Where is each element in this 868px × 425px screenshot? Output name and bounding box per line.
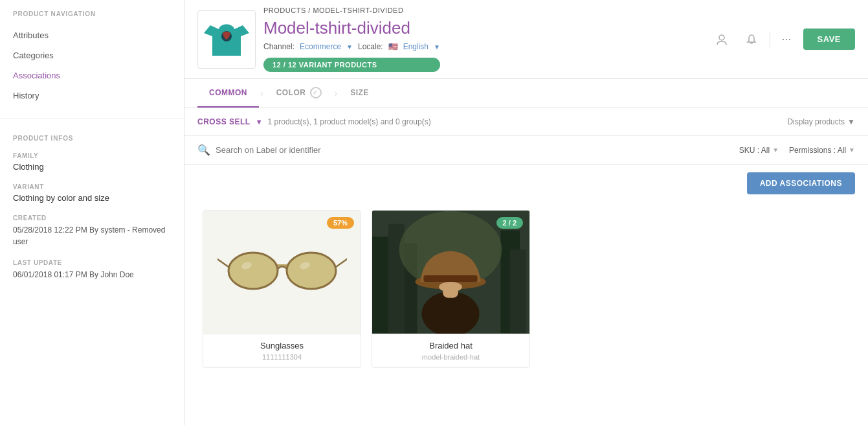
sidebar-nav-section: PRODUCT NAVIGATION Attributes Categories… <box>0 0 184 111</box>
breadcrumb: PRODUCTS / MODEL-TSHIRT-DIVIDED <box>263 6 440 14</box>
sidebar: PRODUCT NAVIGATION Attributes Categories… <box>0 0 184 425</box>
display-products-btn[interactable]: Display products ▼ <box>787 117 855 126</box>
divider <box>770 32 770 47</box>
hat-name: Braided hat <box>380 341 522 350</box>
sidebar-item-attributes[interactable]: Attributes <box>13 25 171 45</box>
tabs-bar: COMMON › COLOR ✓ › SIZE <box>184 79 868 108</box>
last-update-value: 06/01/2018 01:17 PM By John Doe <box>13 269 171 281</box>
sunglasses-id: 1111111304 <box>211 353 353 361</box>
chevron-down-icon[interactable]: ▼ <box>346 43 353 51</box>
variant-badge[interactable]: 12 / 12 VARIANT PRODUCTS <box>263 58 440 72</box>
created-block: CREATED 05/28/2018 12:22 PM By system - … <box>13 214 171 247</box>
sidebar-info-title: PRODUCT INFOS <box>13 135 171 142</box>
created-label: CREATED <box>13 214 171 222</box>
hat-badge: 2 / 2 <box>496 217 523 229</box>
svg-line-8 <box>336 259 347 267</box>
product-meta: Channel: Ecommerce ▼ Locale: 🇺🇸 English … <box>263 42 440 51</box>
hat-card-body: Braided hat model-braided-hat <box>372 334 529 367</box>
flag-icon: 🇺🇸 <box>388 42 398 51</box>
breadcrumb-current: MODEL-TSHIRT-DIVIDED <box>313 6 403 14</box>
product-card-sunglasses[interactable]: 57% <box>203 210 361 368</box>
hat-image-wrap: 2 / 2 <box>372 211 529 334</box>
locale-value[interactable]: English <box>403 42 428 51</box>
sidebar-info-section: PRODUCT INFOS FAMILY Clothing VARIANT Cl… <box>0 127 184 300</box>
topbar-right: ··· SAVE <box>710 28 855 51</box>
variant-label: VARIANT <box>13 183 171 190</box>
tab-size-label: SIZE <box>350 88 369 97</box>
more-options-btn[interactable]: ··· <box>777 30 797 49</box>
display-products-chevron-icon: ▼ <box>847 117 855 126</box>
search-filters: SKU : All ▼ Permissions : All ▼ <box>739 146 855 155</box>
sunglasses-name: Sunglasses <box>211 341 353 350</box>
bell-icon-btn[interactable] <box>740 28 763 51</box>
tab-common[interactable]: COMMON <box>197 79 259 108</box>
product-title: Model-tshirt-divided <box>263 18 440 38</box>
user-icon <box>715 33 728 46</box>
product-image <box>197 10 256 69</box>
association-header: CROSS SELL ▼ 1 product(s), 1 product mod… <box>184 108 868 136</box>
channel-value[interactable]: Ecommerce <box>300 42 341 51</box>
sidebar-item-associations[interactable]: Associations <box>13 65 171 86</box>
svg-point-22 <box>439 282 462 292</box>
search-left: 🔍 <box>197 144 739 156</box>
hat-id: model-braided-hat <box>380 353 522 361</box>
product-info: PRODUCTS / MODEL-TSHIRT-DIVIDED Model-ts… <box>263 6 440 72</box>
search-icon: 🔍 <box>197 144 210 156</box>
user-icon-btn[interactable] <box>710 28 733 51</box>
svg-rect-16 <box>510 249 526 333</box>
variant-block: VARIANT Clothing by color and size <box>13 183 171 203</box>
sidebar-item-categories[interactable]: Categories <box>13 45 171 65</box>
add-associations-button[interactable]: ADD ASSOCIATIONS <box>747 172 855 194</box>
tab-size[interactable]: SIZE <box>339 79 381 108</box>
tab-separator-1: › <box>259 79 265 108</box>
tab-color-check: ✓ <box>310 87 322 98</box>
tab-separator-2: › <box>333 79 339 108</box>
assoc-title-group: CROSS SELL ▼ 1 product(s), 1 product mod… <box>197 117 431 126</box>
svg-point-1 <box>719 35 724 40</box>
topbar-left: PRODUCTS / MODEL-TSHIRT-DIVIDED Model-ts… <box>197 6 440 72</box>
tab-color[interactable]: COLOR ✓ <box>265 79 333 108</box>
svg-line-7 <box>217 259 228 267</box>
product-tshirt-svg <box>201 14 252 65</box>
locale-chevron-icon[interactable]: ▼ <box>434 43 440 51</box>
sunglasses-image-wrap: 57% <box>203 211 361 334</box>
sunglasses-svg <box>217 224 347 321</box>
breadcrumb-prefix: PRODUCTS <box>263 6 306 14</box>
search-input[interactable] <box>216 145 739 155</box>
sku-filter[interactable]: SKU : All ▼ <box>739 146 779 155</box>
svg-rect-21 <box>423 275 477 282</box>
last-update-label: LAST UPDATE <box>13 259 171 266</box>
search-bar: 🔍 SKU : All ▼ Permissions : All ▼ <box>184 136 868 165</box>
content-area: CROSS SELL ▼ 1 product(s), 1 product mod… <box>184 108 868 425</box>
created-value: 05/28/2018 12:22 PM By system - Removed … <box>13 224 171 247</box>
channel-label: Channel: <box>263 42 295 51</box>
product-card-hat[interactable]: 2 / 2 <box>372 210 530 368</box>
sidebar-nav-title: PRODUCT NAVIGATION <box>13 10 171 17</box>
hat-svg <box>372 211 529 334</box>
tab-color-label: COLOR <box>276 88 306 97</box>
last-update-block: LAST UPDATE 06/01/2018 01:17 PM By John … <box>13 259 171 281</box>
family-block: FAMILY Clothing <box>13 152 171 172</box>
main-content: PRODUCTS / MODEL-TSHIRT-DIVIDED Model-ts… <box>184 0 868 425</box>
cross-sell-chevron-icon[interactable]: ▼ <box>256 118 263 126</box>
cross-sell-title[interactable]: CROSS SELL <box>197 117 250 126</box>
bell-icon <box>746 34 757 45</box>
tab-common-label: COMMON <box>209 88 247 97</box>
variant-value: Clothing by color and size <box>13 193 171 203</box>
sidebar-item-history[interactable]: History <box>13 86 171 106</box>
permissions-filter[interactable]: Permissions : All ▼ <box>789 146 855 155</box>
permissions-filter-chevron-icon: ▼ <box>849 146 855 154</box>
sku-filter-label: SKU : All <box>739 146 770 155</box>
add-btn-row: ADD ASSOCIATIONS <box>184 165 868 200</box>
permissions-filter-label: Permissions : All <box>789 146 846 155</box>
family-label: FAMILY <box>13 152 171 159</box>
assoc-count: 1 product(s), 1 product model(s) and 0 g… <box>268 117 431 126</box>
locale-label: Locale: <box>358 42 383 51</box>
product-grid: 57% <box>184 200 868 386</box>
sku-filter-chevron-icon: ▼ <box>772 146 779 154</box>
display-products-label: Display products <box>787 117 845 126</box>
sunglasses-badge: 57% <box>327 217 354 229</box>
save-button[interactable]: SAVE <box>803 29 855 50</box>
family-value: Clothing <box>13 162 171 172</box>
topbar: PRODUCTS / MODEL-TSHIRT-DIVIDED Model-ts… <box>184 0 868 79</box>
